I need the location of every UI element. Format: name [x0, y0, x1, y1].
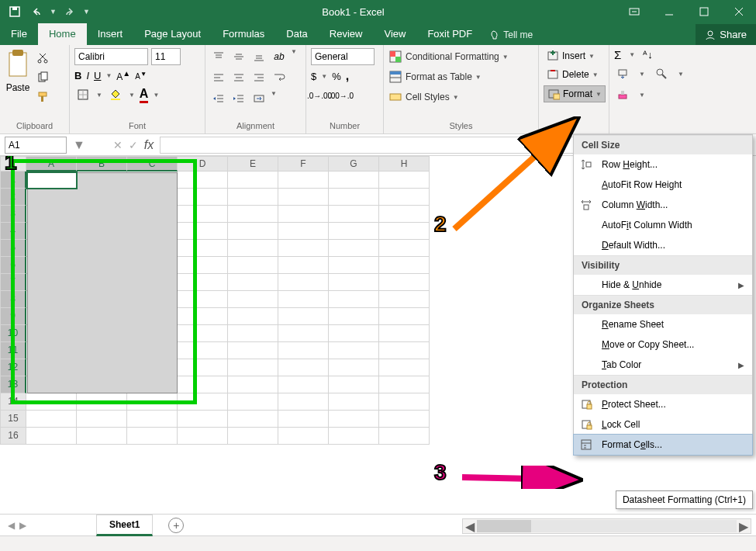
col-header-A[interactable]: A	[26, 156, 77, 172]
percent-icon[interactable]: %	[332, 71, 341, 82]
cut-icon[interactable]	[34, 50, 51, 67]
row-header-3[interactable]: 3	[0, 206, 26, 223]
row-header-7[interactable]: 7	[0, 274, 26, 291]
col-header-G[interactable]: G	[329, 156, 379, 172]
increase-indent-icon[interactable]	[230, 90, 247, 107]
cell[interactable]	[379, 189, 430, 206]
decrease-indent-icon[interactable]	[210, 90, 227, 107]
row-header-13[interactable]: 13	[0, 376, 26, 393]
cell[interactable]	[178, 359, 228, 376]
delete-cells[interactable]: Delete▼	[544, 67, 602, 82]
cell[interactable]	[278, 291, 329, 308]
cell[interactable]	[278, 172, 329, 189]
dd-hide-unhide[interactable]: Hide & Unhide▶	[574, 275, 752, 295]
name-box[interactable]	[5, 137, 67, 154]
number-format[interactable]	[311, 48, 375, 65]
cell[interactable]	[379, 359, 430, 376]
dd-format-cells[interactable]: Format Cells...	[574, 435, 752, 455]
scroll-left-icon[interactable]: ◀	[463, 519, 477, 533]
row-header-10[interactable]: 10	[0, 325, 26, 342]
cell[interactable]	[329, 325, 379, 342]
cell[interactable]	[379, 223, 430, 240]
tab-foxit[interactable]: Foxit PDF	[416, 23, 483, 45]
col-header-B[interactable]: B	[77, 156, 127, 172]
tab-data[interactable]: Data	[275, 23, 318, 45]
dd-autofit-col[interactable]: AutoFit Column Width	[574, 215, 752, 235]
close-icon[interactable]	[721, 0, 756, 23]
align-bottom-icon[interactable]	[250, 48, 268, 65]
cell[interactable]	[329, 342, 379, 359]
cell[interactable]	[77, 393, 127, 411]
copy-icon[interactable]	[34, 69, 51, 86]
cell[interactable]	[329, 376, 379, 393]
scroll-thumb[interactable]	[477, 520, 531, 532]
tab-page-layout[interactable]: Page Layout	[133, 23, 212, 45]
underline-button[interactable]: U	[94, 70, 101, 81]
font-size[interactable]	[151, 48, 181, 65]
col-header-E[interactable]: E	[228, 156, 278, 172]
cell[interactable]	[278, 308, 329, 325]
row-header-11[interactable]: 11	[0, 342, 26, 359]
cell[interactable]	[178, 325, 228, 342]
cell[interactable]	[278, 393, 329, 411]
align-top-icon[interactable]	[210, 48, 227, 65]
scroll-right-icon[interactable]: ▶	[737, 519, 751, 533]
font-name[interactable]	[74, 48, 148, 65]
dd-col-width[interactable]: Column Width...	[574, 195, 752, 215]
orientation-icon[interactable]: ab	[271, 48, 288, 65]
cell[interactable]	[178, 411, 228, 428]
save-icon[interactable]	[6, 3, 23, 20]
cell[interactable]	[178, 223, 228, 240]
cell[interactable]	[278, 428, 329, 445]
cell[interactable]	[278, 411, 329, 428]
undo-icon[interactable]	[28, 3, 45, 20]
cell[interactable]	[77, 411, 127, 428]
redo-icon[interactable]	[61, 3, 78, 20]
format-as-table[interactable]: Format as Table▼	[388, 68, 482, 85]
fx-icon[interactable]: fx	[144, 138, 154, 152]
row-header-9[interactable]: 9	[0, 308, 26, 325]
paste-button[interactable]: Paste	[5, 48, 31, 106]
cell[interactable]	[379, 376, 430, 393]
cell[interactable]	[26, 411, 77, 428]
cell[interactable]	[329, 291, 379, 308]
dd-lock-cell[interactable]: Lock Cell	[574, 414, 752, 435]
cancel-fx-icon[interactable]: ✕	[113, 139, 123, 151]
quick-cust[interactable]: ▼	[83, 8, 90, 16]
cell[interactable]	[228, 172, 278, 189]
wrap-text-icon[interactable]	[271, 69, 288, 86]
dd-protect-sheet[interactable]: Protect Sheet...	[574, 394, 752, 414]
tab-view[interactable]: View	[373, 23, 416, 45]
cell[interactable]	[228, 359, 278, 376]
cell[interactable]	[178, 240, 228, 257]
dd-row-height[interactable]: Row Height...	[574, 154, 752, 175]
row-header-12[interactable]: 12	[0, 359, 26, 376]
cell[interactable]	[379, 206, 430, 223]
cell[interactable]	[278, 206, 329, 223]
cell[interactable]	[228, 428, 278, 445]
cell[interactable]	[228, 189, 278, 206]
insert-cells[interactable]: Insert▼	[544, 48, 598, 64]
cell[interactable]	[329, 189, 379, 206]
cell[interactable]	[379, 172, 430, 189]
cell[interactable]	[379, 308, 430, 325]
cell[interactable]	[178, 428, 228, 445]
cell[interactable]	[228, 274, 278, 291]
fill-color-icon[interactable]	[107, 86, 124, 103]
cell[interactable]	[178, 342, 228, 359]
tab-file[interactable]: File	[0, 23, 38, 45]
cell[interactable]	[329, 428, 379, 445]
cell[interactable]	[329, 223, 379, 240]
sort-filter-icon[interactable]: ᴬ↓	[643, 49, 653, 61]
cell[interactable]	[329, 240, 379, 257]
cell-styles[interactable]: Cell Styles▼	[388, 88, 459, 106]
row-header-6[interactable]: 6	[0, 257, 26, 274]
cell[interactable]	[228, 376, 278, 393]
sheet-tab[interactable]: Sheet1	[96, 515, 153, 536]
cell[interactable]	[178, 308, 228, 325]
align-middle-icon[interactable]	[230, 48, 247, 65]
conditional-formatting[interactable]: Conditional Formatting▼	[388, 48, 509, 65]
format-cells-btn[interactable]: Format▼	[544, 85, 606, 102]
cell[interactable]	[329, 172, 379, 189]
cell[interactable]	[278, 359, 329, 376]
